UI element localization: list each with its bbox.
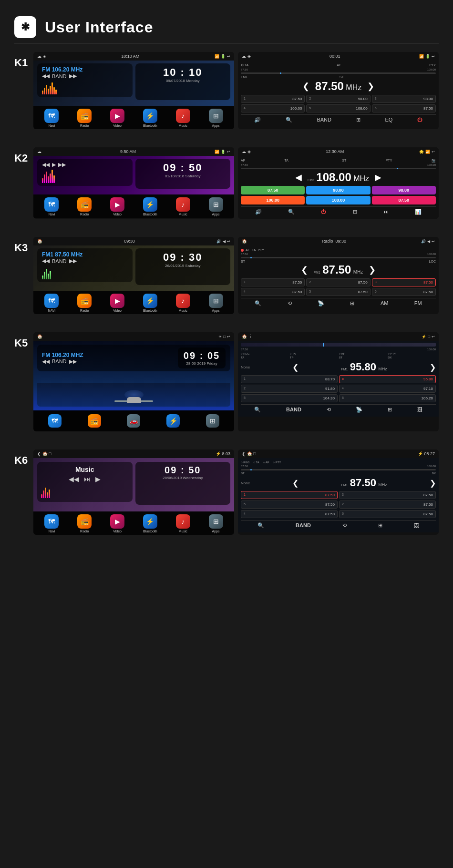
k1-eq-btn[interactable]: EQ [385, 117, 392, 123]
k6-play-btn[interactable]: ▶ [95, 475, 101, 483]
k3-nav-radio[interactable]: 📻 Radio [77, 294, 92, 312]
k6-next-skip-btn[interactable]: ⏭ [84, 475, 91, 483]
k3-nav-music[interactable]: ♪ Music [176, 294, 190, 312]
k5-next-freq[interactable]: ❯ [430, 363, 436, 372]
k2-next-freq[interactable]: ▶ [375, 172, 381, 183]
k5-radio-icon[interactable]: 📻 [88, 414, 101, 428]
k3-preset-6[interactable]: 687.50 [372, 288, 436, 296]
k5-prev-freq[interactable]: ❮ [292, 363, 299, 372]
k2-chart-icon[interactable]: 📊 [415, 209, 422, 215]
k6-nav-navi[interactable]: 🗺 Navi [44, 514, 59, 533]
k2-nav-apps[interactable]: ⊞ Apps [209, 197, 223, 216]
k3-preset-5[interactable]: 587.50 [306, 288, 370, 296]
preset-4[interactable]: 4106.00 [241, 104, 305, 112]
k6-nav-video[interactable]: ▶ Video [110, 514, 124, 533]
k5-preset-1[interactable]: 188.70 [241, 375, 338, 383]
k6-band-btn[interactable]: BAND [296, 522, 311, 529]
k3-fm-btn[interactable]: FM [414, 300, 422, 306]
k3-am-btn[interactable]: AM [381, 300, 389, 306]
k6-nav-apps[interactable]: ⊞ Apps [209, 514, 223, 533]
k1-prev-btn[interactable]: ◀◀ [42, 73, 50, 79]
k2-nav-music[interactable]: ♪ Music [176, 197, 190, 216]
k2-nav-navi[interactable]: 🗺 Navi [44, 197, 59, 216]
k2-prev-btn[interactable]: ◀◀ [42, 162, 50, 168]
k3-nav-navi[interactable]: 🗺 NAVI [44, 294, 59, 312]
k5-preset-4[interactable]: 497.10 [339, 385, 436, 393]
k5-grid-icon[interactable]: ⊞ [388, 407, 392, 413]
k2-next-btn[interactable]: ▶▶ [58, 162, 66, 168]
k5-bt-icon[interactable]: ⚡ [166, 414, 180, 428]
k3-preset-4[interactable]: 487.50 [241, 288, 305, 296]
k3-search-icon[interactable]: 🔍 [255, 300, 261, 306]
preset-5[interactable]: 5108.00 [306, 104, 370, 112]
k5-search-icon[interactable]: 🔍 [254, 407, 261, 413]
k2-play-btn[interactable]: ▶ [52, 162, 56, 168]
k2-preset-6[interactable]: 87.50 [372, 196, 436, 204]
k5-preset-6[interactable]: 6106.20 [339, 394, 436, 402]
k5-band-btn[interactable]: BAND [286, 407, 301, 413]
k6-preset-4[interactable]: 487.50 [241, 510, 338, 518]
k5-navi-icon[interactable]: 🗺 [48, 414, 62, 428]
preset-1[interactable]: 187.50 [241, 95, 305, 103]
k6-nav-bluetooth[interactable]: ⚡ Bluetooth [143, 514, 157, 533]
k6-preset-6[interactable]: 687.50 [339, 510, 436, 518]
k3-loop-icon[interactable]: ⟲ [288, 300, 292, 306]
k1-nav-video[interactable]: ▶ Video [110, 109, 124, 127]
k1-next-freq-btn[interactable]: ❯ [367, 81, 374, 92]
k3-preset-3[interactable]: 387.50 [372, 278, 436, 286]
k5-preset-3-highlight[interactable]: ●95.80 [339, 375, 436, 383]
preset-6[interactable]: 687.50 [372, 104, 436, 112]
k5-next-btn[interactable]: ▶▶ [69, 358, 77, 365]
k1-prev-freq-btn[interactable]: ❮ [302, 81, 309, 92]
k2-skip-icon[interactable]: ⏭ [383, 209, 389, 215]
k1-next-btn[interactable]: ▶▶ [69, 73, 77, 79]
k3-nav-bluetooth[interactable]: ⚡ Bluetooth [143, 294, 157, 312]
k6-search-icon[interactable]: 🔍 [257, 522, 264, 529]
k1-power-btn[interactable]: ⏻ [417, 117, 422, 123]
k1-vol-icon[interactable]: 🔊 [254, 117, 261, 123]
k3-next-btn[interactable]: ▶▶ [69, 258, 77, 264]
k1-search-icon[interactable]: 🔍 [286, 117, 292, 123]
k2-grid-icon[interactable]: ⊞ [353, 209, 357, 215]
k1-grid-icon[interactable]: ⊞ [356, 117, 360, 123]
k2-prev-freq[interactable]: ◀ [295, 172, 302, 183]
k6-loop-icon[interactable]: ⟲ [342, 522, 347, 529]
k2-preset-4[interactable]: 106.00 [241, 196, 305, 204]
k2-vol-icon[interactable]: 🔊 [255, 209, 262, 215]
preset-3[interactable]: 398.00 [372, 95, 436, 103]
k3-nav-video[interactable]: ▶ Video [110, 294, 124, 312]
k3-grid-icon[interactable]: ⊞ [350, 300, 354, 306]
k3-preset-2[interactable]: 287.50 [306, 278, 370, 286]
k6-preset-3[interactable]: 387.50 [339, 491, 436, 499]
k5-preset-5[interactable]: 5104.30 [241, 394, 338, 402]
k6-nav-radio[interactable]: 📻 Radio [77, 514, 92, 533]
k3-next-freq[interactable]: ❯ [369, 265, 376, 275]
k3-prev-freq[interactable]: ❮ [301, 265, 308, 275]
k3-nav-apps[interactable]: ⊞ Apps [209, 294, 223, 312]
k2-preset-3[interactable]: 98.00 [372, 186, 436, 194]
k1-nav-bluetooth[interactable]: ⚡ Bluetooth [143, 109, 157, 127]
k5-car-icon[interactable]: 🚗 [127, 414, 140, 428]
k6-preset-1[interactable]: 187.50 [241, 491, 338, 499]
k6-nav-music[interactable]: ♪ Music [176, 514, 190, 533]
k6-prev-btn[interactable]: ◀◀ [69, 475, 79, 483]
k1-band-btn[interactable]: BAND [317, 117, 331, 123]
k1-nav-navi[interactable]: 🗺 Navi [44, 109, 59, 127]
k5-img-icon[interactable]: 🖼 [417, 407, 422, 413]
k2-search-icon[interactable]: 🔍 [288, 209, 295, 215]
k6-grid-icon[interactable]: ⊞ [378, 522, 382, 529]
k5-apps-icon[interactable]: ⊞ [206, 414, 219, 428]
k2-nav-video[interactable]: ▶ Video [110, 197, 124, 216]
k2-preset-1[interactable]: 87.50 [241, 186, 305, 194]
k6-img-icon[interactable]: 🖼 [414, 522, 419, 529]
k1-nav-apps[interactable]: ⊞ Apps [209, 109, 223, 127]
k5-antenna-icon[interactable]: 📡 [356, 407, 362, 413]
k6-preset-5[interactable]: 587.50 [241, 500, 338, 509]
k6-preset-2[interactable]: 287.50 [339, 500, 436, 509]
k3-prev-btn[interactable]: ◀◀ [42, 258, 50, 264]
k1-nav-radio[interactable]: 📻 Radio [77, 109, 92, 127]
preset-2[interactable]: 290.00 [306, 95, 370, 103]
k6-prev-freq[interactable]: ❮ [292, 479, 299, 488]
k3-antenna-icon[interactable]: 📡 [318, 300, 324, 306]
k6-next-freq[interactable]: ❯ [430, 479, 436, 488]
